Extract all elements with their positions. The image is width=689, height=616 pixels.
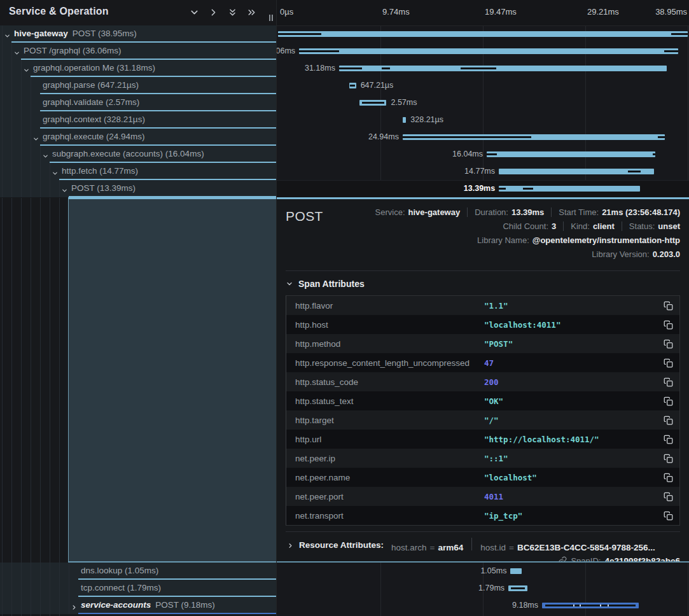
operation-name: POST /graphql (36.06ms) (24, 46, 122, 55)
meta-label: Child Count: (503, 221, 548, 231)
span-duration-bar[interactable] (510, 568, 521, 574)
chevron-down-icon[interactable] (52, 168, 59, 175)
span-duration-bar[interactable] (499, 169, 654, 174)
duration-label: 24.94ms (354, 129, 399, 146)
panel-resize-handle[interactable] (268, 15, 273, 21)
copy-icon[interactable] (654, 473, 679, 482)
indent-guide (31, 129, 31, 146)
span-duration-bar[interactable] (403, 117, 406, 123)
copy-icon[interactable] (654, 358, 679, 368)
indent-guide (31, 563, 31, 580)
span-duration-bar[interactable] (508, 585, 527, 591)
span-duration-bar[interactable] (542, 603, 639, 608)
attribute-value: "OK" (484, 396, 654, 406)
timeline-row[interactable]: 9.18ms (277, 597, 689, 614)
timeline-row[interactable]: 16.04ms (277, 146, 689, 163)
span-duration-bar[interactable] (403, 134, 665, 140)
bar-dot (573, 605, 574, 606)
chevron-down-icon[interactable] (61, 185, 68, 192)
tick-label: 9.74ms (382, 7, 410, 17)
indent-guide (11, 163, 12, 180)
span-tree-row[interactable]: http.fetch (14.77ms) (0, 163, 276, 180)
timeline-row[interactable]: 13.39ms (277, 180, 689, 197)
indent-guide (31, 597, 31, 614)
operation-name: graphql.execute (24.94ms) (43, 132, 145, 141)
chevron-right-icon[interactable] (71, 602, 78, 609)
chevron-down-icon[interactable] (4, 31, 11, 38)
span-tree-row[interactable]: POST (13.39ms) (0, 180, 276, 197)
span-duration-bar[interactable] (499, 186, 639, 192)
copy-icon[interactable] (654, 492, 679, 501)
span-duration-bar[interactable] (359, 100, 386, 106)
chevrons-right-icon[interactable] (246, 7, 257, 18)
child-span-notch (350, 85, 355, 87)
child-span-notch (499, 188, 506, 190)
indent-guide (59, 180, 60, 197)
copy-icon[interactable] (654, 511, 679, 521)
timeline-row[interactable]: 1.79ms (277, 580, 689, 597)
span-tree-row[interactable]: POST /graphql (36.06ms) (0, 43, 276, 60)
span-tree-row[interactable]: hive-gatewayPOST (38.95ms) (0, 25, 276, 43)
indent-guide (50, 198, 50, 616)
span-duration-bar[interactable] (278, 31, 688, 37)
span-duration-bar[interactable] (349, 83, 356, 88)
service-operation-title: Service & Operation (9, 6, 109, 17)
duration-label: 1.05ms (462, 563, 506, 580)
chevron-down-icon[interactable] (189, 7, 200, 18)
indent-guide (31, 180, 31, 197)
child-span-notch (664, 50, 679, 52)
timeline-row[interactable]: 24.94ms (277, 129, 689, 146)
copy-icon[interactable] (654, 320, 679, 330)
span-attributes-section-header[interactable]: Span Attributes (286, 278, 680, 290)
copy-icon[interactable] (654, 301, 679, 311)
span-tree-row[interactable]: graphql.operation Me (31.18ms) (0, 60, 276, 77)
timeline-row[interactable]: 36.06ms (277, 43, 689, 60)
chevron-down-icon[interactable] (42, 151, 49, 158)
attribute-key: http.response_content_length_uncompresse… (286, 358, 484, 368)
span-duration-bar[interactable] (339, 66, 667, 71)
timeline-row[interactable]: 328.21µs (277, 111, 689, 129)
timeline-row[interactable]: 1.05ms (277, 563, 689, 580)
link-icon[interactable] (558, 556, 567, 563)
copy-icon[interactable] (654, 435, 679, 444)
span-tree-row[interactable]: subgraph.execute (accounts) (16.04ms) (0, 146, 276, 163)
span-label: graphql.execute (24.94ms) (43, 129, 145, 145)
span-tree-row[interactable]: service-accountsPOST (9.18ms) (0, 597, 276, 614)
span-tree-row[interactable]: graphql.context (328.21µs) (0, 111, 276, 129)
indent-guide (2, 111, 3, 129)
attribute-key: http.status_text (286, 396, 484, 406)
span-tree-row[interactable]: tcp.connect (1.79ms) (0, 580, 276, 597)
copy-icon[interactable] (654, 454, 679, 463)
indent-guide (2, 163, 3, 180)
resource-attributes-row[interactable]: Resource Attributes: host.arch=arm64host… (286, 538, 680, 552)
indent-guide (21, 597, 22, 614)
attribute-key: net.peer.name (286, 473, 484, 482)
chevron-down-icon[interactable] (13, 48, 20, 55)
chevron-down-icon[interactable] (23, 65, 30, 72)
copy-icon[interactable] (654, 377, 679, 387)
timeline-row[interactable] (277, 25, 689, 43)
span-tree-row[interactable]: graphql.validate (2.57ms) (0, 94, 276, 111)
span-tree-row[interactable]: graphql.execute (24.94ms) (0, 129, 276, 146)
copy-icon[interactable] (654, 416, 679, 425)
copy-icon[interactable] (654, 396, 679, 406)
span-tree-row[interactable]: graphql.parse (647.21µs) (0, 77, 276, 94)
attribute-value: "ip_tcp" (484, 511, 654, 521)
timeline-row[interactable]: 647.21µs (277, 77, 689, 94)
span-duration-bar[interactable] (487, 151, 655, 157)
chevrons-down-icon[interactable] (227, 7, 238, 18)
attribute-row: http.status_code200 (286, 372, 679, 391)
separator (563, 221, 564, 231)
attribute-value: "1.1" (484, 301, 654, 311)
span-meta-line: Child Count:3Kind:clientStatus:unset (323, 220, 680, 234)
span-duration-bar[interactable] (299, 48, 678, 54)
child-span-notch (653, 153, 655, 155)
copy-icon[interactable] (654, 339, 679, 349)
timeline-row[interactable]: 2.57ms (277, 94, 689, 111)
row-underline (78, 613, 276, 614)
chevron-right-icon[interactable] (208, 7, 219, 18)
timeline-row[interactable]: 31.18ms (277, 60, 689, 77)
span-tree-row[interactable]: dns.lookup (1.05ms) (0, 563, 276, 580)
timeline-row[interactable]: 14.77ms (277, 163, 689, 180)
chevron-down-icon[interactable] (32, 134, 39, 141)
